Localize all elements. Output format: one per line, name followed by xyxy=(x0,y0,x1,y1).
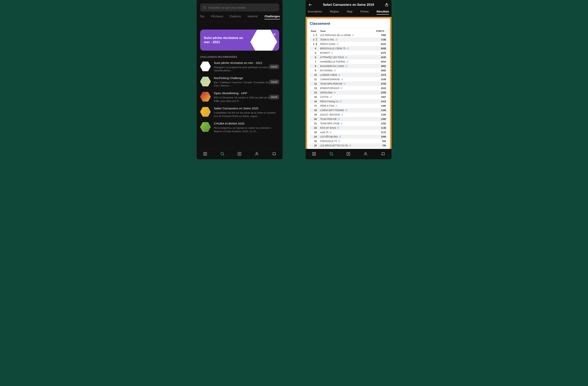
tab-espèces[interactable]: Espèces xyxy=(230,15,241,19)
table-row[interactable]: 14 GERALDINI 2205 xyxy=(310,90,387,95)
search-nav-icon[interactable] xyxy=(329,152,334,157)
back-icon[interactable] xyxy=(308,3,313,7)
external-link-icon[interactable] xyxy=(338,74,340,76)
external-link-icon[interactable] xyxy=(340,87,343,89)
challenge-item[interactable]: Suivi pêche récréative en mer - 2021 Rej… xyxy=(200,61,279,72)
external-link-icon[interactable] xyxy=(337,43,339,45)
challenge-title: RecFishing Challenge xyxy=(214,76,279,80)
challenge-title: Safari Carnassiers en Seine 2020 xyxy=(214,107,279,111)
external-link-icon[interactable] xyxy=(336,39,338,41)
table-row[interactable]: 23 noob 75 1112 xyxy=(310,130,387,135)
table-row[interactable]: 26 LES BROCHETTES DU 92 760 xyxy=(310,143,387,148)
cell-rank: 5 xyxy=(311,52,320,54)
feed-icon[interactable] xyxy=(203,152,208,157)
table-row[interactable]: 12 TEAM MPN PERCHE 2705 xyxy=(310,82,387,86)
external-link-icon[interactable] xyxy=(334,91,336,94)
tab-prises[interactable]: Prises xyxy=(360,10,369,15)
external-link-icon[interactable] xyxy=(338,140,340,142)
cell-rank: 11 xyxy=(311,78,320,81)
cast-icon[interactable] xyxy=(272,152,276,157)
external-link-icon[interactable] xyxy=(340,122,343,125)
tab-règles[interactable]: Règles xyxy=(330,10,339,15)
cell-team: FISHOUILLE.TV xyxy=(320,140,373,142)
external-link-icon[interactable] xyxy=(338,118,340,120)
external-link-icon[interactable] xyxy=(341,78,343,80)
close-icon[interactable]: ✕ xyxy=(273,32,276,36)
tab-résultats[interactable]: Résultats xyxy=(377,10,389,15)
table-row[interactable]: 19 SOULÉ / BOUDON 1330 xyxy=(310,113,387,117)
table-row[interactable]: 6 ATTRAPEZ LES TOUS 4535 xyxy=(310,55,387,60)
table-row[interactable]: 1 🥇 LES PERCHES DE LA SEINE 7900 xyxy=(310,33,387,37)
cell-rank: 14 xyxy=(311,91,320,94)
external-link-icon[interactable] xyxy=(341,114,343,116)
tab-top[interactable]: Top xyxy=(200,15,204,19)
cell-rank: 22 xyxy=(311,127,320,129)
external-link-icon[interactable] xyxy=(339,100,342,102)
external-link-icon[interactable] xyxy=(330,96,332,98)
cell-rank: 25 xyxy=(311,140,320,142)
table-row[interactable]: 15 COTTIS 1657 xyxy=(310,95,387,99)
table-row[interactable]: 20 TEAM PERCHE 1300 xyxy=(310,117,387,121)
external-link-icon[interactable] xyxy=(337,127,339,129)
challenge-item[interactable]: Open Streetfishing - UPP RDV le Dimanche… xyxy=(200,91,279,103)
col-points[interactable]: POINTS ↑ xyxy=(373,30,386,32)
profile-icon[interactable] xyxy=(254,152,259,157)
table-row[interactable]: 24 LES PÊCHEURS 1096 xyxy=(310,135,387,139)
svg-point-20 xyxy=(365,152,366,154)
promo-card[interactable]: Suivi pêche récréative en mer - 2021 ✕ xyxy=(200,29,279,51)
add-icon[interactable] xyxy=(346,152,351,157)
tab-inscription[interactable]: Inscription xyxy=(308,10,322,15)
table-row[interactable]: 18 CARNA MIXT FISHING 1345 xyxy=(310,108,387,113)
profile-icon[interactable] xyxy=(363,152,368,157)
external-link-icon[interactable] xyxy=(346,61,349,63)
external-link-icon[interactable] xyxy=(345,56,347,58)
external-link-icon[interactable] xyxy=(349,144,351,147)
external-link-icon[interactable] xyxy=(331,52,333,54)
table-row[interactable]: 10 LUNKER CREW 3474 xyxy=(310,73,387,77)
tab-map[interactable]: Map xyxy=(347,10,352,15)
external-link-icon[interactable] xyxy=(334,69,336,71)
external-link-icon[interactable] xyxy=(347,47,349,49)
external-link-icon[interactable] xyxy=(336,105,338,107)
table-row[interactable]: 7 HANNEBELLE FISHING 4515 xyxy=(310,60,387,64)
cast-icon[interactable] xyxy=(380,152,385,157)
challenge-title: Suivi pêche récréative en mer - 2021 xyxy=(214,61,279,65)
search-nav-icon[interactable] xyxy=(220,152,225,157)
search-input[interactable]: Cherchez ce que vous voulez xyxy=(200,3,279,12)
tab-challenges[interactable]: Challenges xyxy=(264,15,280,19)
table-row[interactable]: 17 PÈRE & FISH 1390 xyxy=(310,104,387,108)
table-row[interactable]: 21 TEAM MPN CHUB 1255 xyxy=(310,121,387,126)
external-link-icon[interactable] xyxy=(352,34,354,36)
external-link-icon[interactable] xyxy=(345,65,348,67)
table-row[interactable]: 25 FISHOUILLE.TV 920 xyxy=(310,139,387,143)
add-icon[interactable] xyxy=(237,152,242,157)
table-row[interactable]: 22 KISS MY BASS 1146 xyxy=(310,126,387,130)
challenge-item[interactable]: RecFishing Challenge Bar / Cabillaud / S… xyxy=(200,76,279,88)
share-icon[interactable] xyxy=(385,3,389,7)
challenge-item[interactable]: CHUBA KUBANA 2020 Регистрирутесь на турн… xyxy=(200,122,279,133)
table-row[interactable]: 3 🥉 PERCH GANG 6433 xyxy=(310,42,387,46)
tab-pêcheurs[interactable]: Pêcheurs xyxy=(211,15,223,19)
external-link-icon[interactable] xyxy=(339,136,341,138)
table-row[interactable]: 5 BYAWOY 5470 xyxy=(310,51,387,55)
tab-matériel[interactable]: Matériel xyxy=(248,15,258,19)
cell-points: 4535 xyxy=(373,56,386,59)
cell-points: 3108 xyxy=(373,78,386,81)
table-row[interactable]: 13 ERNESTOPHILES 2524 xyxy=(310,86,387,90)
table-header: Rank Team POINTS ↑ xyxy=(310,29,387,33)
external-link-icon[interactable] xyxy=(330,131,332,133)
table-row[interactable]: 16 RENO Fishing Co 1412 xyxy=(310,99,387,104)
cell-team: TEAM MPN CHUB xyxy=(320,122,373,125)
table-row[interactable]: 2 🥈 TEAM G-TAIL 7180 xyxy=(310,37,387,42)
results-frame: Classement Rank Team POINTS ↑ 1 🥇 LES PE… xyxy=(306,17,392,149)
feed-icon[interactable] xyxy=(312,152,316,157)
table-row[interactable]: 8 RAGONDIN DU LOING 3902 xyxy=(310,64,387,68)
table-row[interactable]: 9 85 FISHING 3900 xyxy=(310,68,387,73)
table-row[interactable]: 4 BREDOUILLE CREW 75 6090 xyxy=(310,46,387,51)
challenge-item[interactable]: Safari Carnassiers en Seine 2020 Compéti… xyxy=(200,107,279,118)
external-link-icon[interactable] xyxy=(345,109,347,111)
table-row[interactable]: 11 CARNAFISHING92 3108 xyxy=(310,77,387,82)
content-scroll[interactable]: Suivi pêche récréative en mer - 2021 ✕ C… xyxy=(197,22,283,149)
cell-points: 2524 xyxy=(373,87,386,90)
external-link-icon[interactable] xyxy=(344,83,346,85)
